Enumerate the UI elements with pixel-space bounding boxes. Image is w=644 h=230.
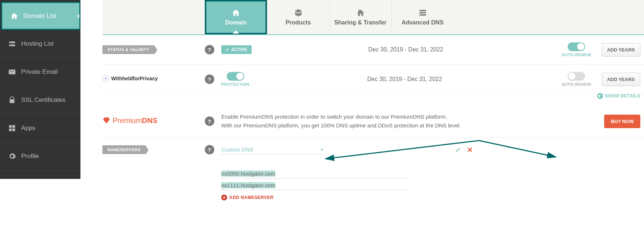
main-content: Domain Products Sharing & Transfer Advan… <box>102 0 644 201</box>
svg-rect-10 <box>419 14 426 16</box>
sidebar-item-label: Hosting List <box>21 40 54 47</box>
help-icon[interactable]: ? <box>205 45 214 54</box>
svg-rect-6 <box>9 129 12 131</box>
sidebar-item-ssl-certificates[interactable]: SSL Certificates <box>0 86 80 114</box>
house-icon <box>231 8 240 17</box>
status-active-pill: ACTIVE <box>221 45 252 54</box>
nameservers-badge: NAMESERVERS <box>102 145 146 154</box>
status-date-range: Dec 30, 2019 - Dec 31, 2022 <box>259 46 553 53</box>
sidebar-item-hosting-list[interactable]: Hosting List <box>0 30 80 58</box>
help-icon[interactable]: ? <box>205 116 214 126</box>
tab-sharing-transfer[interactable]: Sharing & Transfer <box>329 0 391 34</box>
premium-description: Enable PremiumDNS protection in order to… <box>221 112 461 130</box>
svg-rect-8 <box>419 10 426 11</box>
svg-rect-4 <box>9 125 12 128</box>
add-years-button[interactable]: ADD YEARS <box>602 43 640 57</box>
help-icon[interactable]: ? <box>205 145 214 154</box>
tab-bar: Domain Products Sharing & Transfer Advan… <box>102 0 644 35</box>
svg-rect-9 <box>419 12 426 14</box>
auto-renew-label: AUTO-RENEW <box>562 53 591 57</box>
svg-point-2 <box>10 42 11 43</box>
show-details-link[interactable]: SHOW DETAILS <box>597 93 640 99</box>
plus-icon: + <box>221 195 227 200</box>
transfer-icon <box>356 8 365 17</box>
tab-advanced-dns[interactable]: Advanced DNS <box>391 0 453 34</box>
house-icon <box>10 12 18 20</box>
sidebar-item-apps[interactable]: Apps <box>0 114 80 142</box>
auto-renew-label: AUTO-RENEW <box>562 82 591 87</box>
nameserver-input[interactable]: ns0000.hostgator.com <box>221 169 408 179</box>
sidebar-item-label: Apps <box>21 124 35 132</box>
confirm-check-icon[interactable]: ✓ <box>455 146 461 154</box>
section-premium-dns: PremiumDNS ? Enable PremiumDNS protectio… <box>102 105 644 138</box>
apps-icon <box>8 124 16 132</box>
section-status-validity: STATUS & VALIDITY ? ACTIVE Dec 30, 2019 … <box>102 35 644 65</box>
status-validity-badge: STATUS & VALIDITY <box>102 45 154 54</box>
svg-point-3 <box>10 45 11 46</box>
privacy-brand-icon <box>102 75 109 82</box>
tab-domain[interactable]: Domain <box>205 0 267 34</box>
svg-rect-7 <box>12 129 15 131</box>
sidebar-item-domain-list[interactable]: Domain List <box>1 2 80 30</box>
tab-label: Sharing & Transfer <box>334 19 387 26</box>
sidebar: Domain List Hosting List Private Email S… <box>0 0 80 179</box>
section-privacy: WithheldforPrivacy ? PROTECTION Dec 30, … <box>102 65 644 94</box>
help-icon[interactable]: ? <box>205 74 214 84</box>
email-icon <box>8 68 16 76</box>
box-icon <box>294 8 303 17</box>
nameserver-input[interactable]: ns1111.hostgator.com <box>221 181 408 190</box>
sidebar-item-private-email[interactable]: Private Email <box>0 58 80 86</box>
sidebar-item-label: Domain List <box>23 12 56 20</box>
sidebar-item-label: SSL Certificates <box>21 96 65 104</box>
server-icon <box>418 8 427 17</box>
tab-products[interactable]: Products <box>267 0 329 34</box>
auto-renew-toggle[interactable] <box>568 72 585 81</box>
lock-icon <box>8 96 16 104</box>
buy-now-button[interactable]: BUY NOW <box>604 115 640 128</box>
dns-dropdown[interactable]: Custom DNS ▼ <box>221 145 324 154</box>
svg-rect-0 <box>9 42 15 43</box>
gear-icon <box>8 152 16 160</box>
protection-label: PROTECTION <box>221 82 249 87</box>
cancel-x-icon[interactable]: ✕ <box>467 146 473 154</box>
tab-label: Domain <box>225 19 247 26</box>
svg-rect-1 <box>9 45 15 46</box>
diamond-icon <box>102 116 110 124</box>
sidebar-item-label: Profile <box>21 153 39 160</box>
section-nameservers: NAMESERVERS ? Custom DNS ▼ ✓ ✕ <box>102 138 644 162</box>
svg-rect-5 <box>12 125 15 128</box>
sidebar-item-label: Private Email <box>21 68 58 76</box>
privacy-date-range: Dec 30, 2019 - Dec 31, 2022 <box>257 76 553 83</box>
tab-label: Advanced DNS <box>402 19 444 26</box>
nameserver-list: ns0000.hostgator.com ns1111.hostgator.co… <box>102 169 644 201</box>
sidebar-item-profile[interactable]: Profile <box>0 142 80 170</box>
tab-label: Products <box>286 19 311 26</box>
brand-premiumdns: PremiumDNS <box>102 116 157 125</box>
hosting-icon <box>8 40 16 48</box>
auto-renew-toggle[interactable] <box>568 42 585 51</box>
protection-toggle[interactable] <box>227 72 244 81</box>
chevron-down-icon: ▼ <box>320 147 324 152</box>
add-years-button[interactable]: ADD YEARS <box>602 73 640 86</box>
brand-withheldforprivacy: WithheldforPrivacy <box>102 75 158 82</box>
add-nameserver-link[interactable]: + ADD NAMESERVER <box>221 195 274 200</box>
